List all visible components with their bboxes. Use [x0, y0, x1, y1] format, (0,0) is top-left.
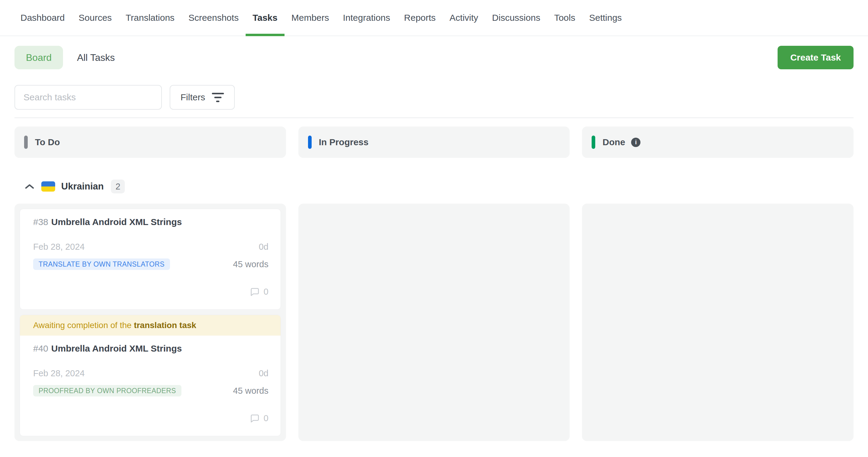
column-body-todo: #38Umbrella Android XML Strings Feb 28, …	[14, 204, 286, 441]
nav-item-sources[interactable]: Sources	[79, 0, 112, 36]
tab-all-tasks[interactable]: All Tasks	[77, 52, 115, 63]
task-card[interactable]: Awaiting completion of the translation t…	[20, 315, 281, 436]
workflow-step-badge: PROOFREAD BY OWN PROOFREADERS	[33, 385, 181, 396]
comments-button[interactable]: 0	[249, 413, 269, 423]
task-card-footer: 0	[33, 287, 269, 297]
task-id: #38	[33, 217, 48, 227]
column-body-done	[582, 204, 854, 441]
search-row: Filters	[14, 85, 854, 110]
nav-item-dashboard[interactable]: Dashboard	[21, 0, 65, 36]
nav-item-screenshots[interactable]: Screenshots	[188, 0, 239, 36]
nav-item-members[interactable]: Members	[291, 0, 329, 36]
task-date: Feb 28, 2024	[33, 242, 85, 251]
top-nav: Dashboard Sources Translations Screensho…	[0, 0, 868, 36]
column-title: To Do	[35, 137, 60, 147]
filters-button[interactable]: Filters	[170, 85, 235, 110]
task-badge-row: TRANSLATE BY OWN TRANSLATORS 45 words	[33, 259, 269, 270]
column-title: Done	[602, 137, 625, 147]
task-card-body: #40Umbrella Android XML Strings Feb 28, …	[20, 336, 281, 436]
column-body-in-progress	[299, 204, 570, 441]
task-id: #40	[33, 344, 48, 353]
nav-item-tools[interactable]: Tools	[554, 0, 575, 36]
nav-item-integrations[interactable]: Integrations	[343, 0, 390, 36]
create-task-button[interactable]: Create Task	[778, 46, 854, 69]
task-date: Feb 28, 2024	[33, 369, 85, 378]
task-due-in: 0d	[258, 242, 268, 251]
view-toolbar: Board All Tasks Create Task	[14, 46, 854, 69]
column-header-in-progress: In Progress	[299, 127, 570, 158]
task-word-count: 45 words	[233, 386, 269, 396]
task-badge-row: PROOFREAD BY OWN PROOFREADERS 45 words	[33, 385, 269, 396]
toolbar-divider	[14, 118, 854, 118]
nav-item-translations[interactable]: Translations	[126, 0, 175, 36]
task-word-count: 45 words	[233, 259, 269, 269]
language-group-header: Ukrainian 2	[25, 179, 854, 193]
task-card-footer: 0	[33, 413, 269, 423]
task-meta-row: Feb 28, 2024 0d	[33, 242, 269, 251]
column-title: In Progress	[319, 137, 369, 147]
tasks-board-page: Dashboard Sources Translations Screensho…	[0, 0, 868, 457]
search-input[interactable]	[14, 85, 162, 110]
nav-item-reports[interactable]: Reports	[404, 0, 436, 36]
in-progress-status-bar-icon	[308, 136, 312, 149]
awaiting-banner-emphasis: translation task	[134, 321, 196, 330]
nav-item-tasks[interactable]: Tasks	[253, 0, 278, 36]
todo-status-bar-icon	[24, 136, 28, 149]
task-title-row: #40Umbrella Android XML Strings	[33, 344, 269, 354]
comments-button[interactable]: 0	[249, 287, 269, 297]
tab-board[interactable]: Board	[14, 46, 63, 69]
collapse-group-button[interactable]	[25, 184, 34, 189]
done-status-bar-icon	[592, 136, 595, 149]
workflow-step-badge: TRANSLATE BY OWN TRANSLATORS	[33, 259, 170, 270]
task-card-body: #38Umbrella Android XML Strings Feb 28, …	[20, 209, 281, 309]
filter-icon	[212, 93, 224, 102]
task-title-row: #38Umbrella Android XML Strings	[33, 217, 269, 227]
nav-item-settings[interactable]: Settings	[589, 0, 622, 36]
column-header-done: Done i	[582, 127, 854, 158]
filters-label: Filters	[181, 92, 205, 102]
ukraine-flag-icon	[41, 182, 55, 192]
awaiting-banner: Awaiting completion of the translation t…	[20, 315, 281, 336]
info-icon[interactable]: i	[631, 138, 641, 147]
comment-bubble-icon	[249, 414, 259, 423]
task-meta-row: Feb 28, 2024 0d	[33, 369, 269, 378]
group-language-name: Ukrainian	[61, 181, 104, 192]
task-title: Umbrella Android XML Strings	[51, 217, 182, 227]
task-title: Umbrella Android XML Strings	[51, 344, 182, 353]
task-card[interactable]: #38Umbrella Android XML Strings Feb 28, …	[20, 209, 281, 310]
comment-count: 0	[264, 413, 269, 423]
nav-item-activity[interactable]: Activity	[450, 0, 478, 36]
nav-item-discussions[interactable]: Discussions	[492, 0, 540, 36]
column-header-todo: To Do	[14, 127, 286, 158]
board-column-headers: To Do In Progress Done i	[14, 127, 854, 158]
task-due-in: 0d	[258, 369, 268, 378]
group-task-count-badge: 2	[111, 179, 125, 193]
awaiting-banner-text: Awaiting completion of the	[33, 321, 134, 330]
comment-bubble-icon	[249, 287, 259, 297]
comment-count: 0	[264, 287, 269, 297]
board: #38Umbrella Android XML Strings Feb 28, …	[14, 204, 854, 441]
chevron-up-icon	[25, 184, 34, 189]
